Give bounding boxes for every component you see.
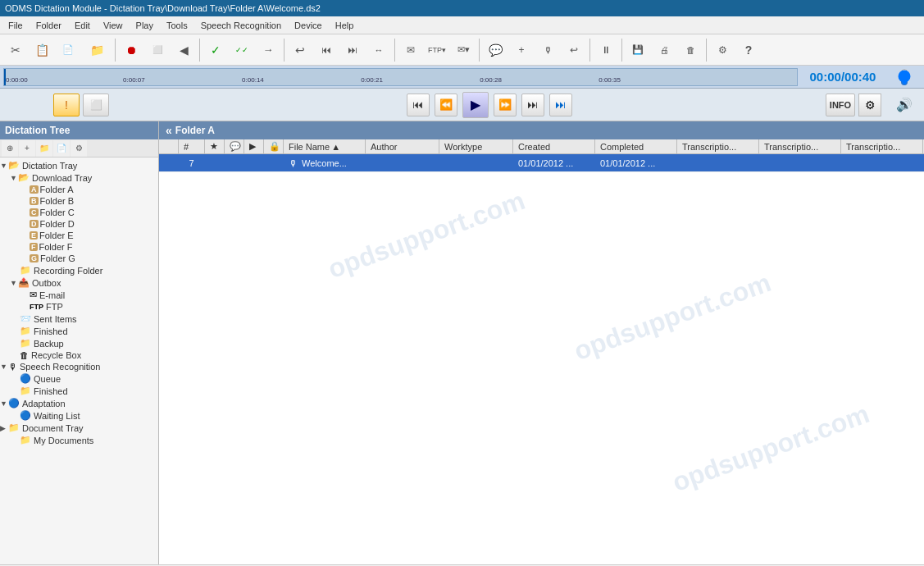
save-button[interactable]: 💾 xyxy=(626,38,650,62)
sidebar-item-finished[interactable]: 📁 Finished xyxy=(0,325,158,337)
col-header-star[interactable]: ★ xyxy=(205,139,225,153)
settings-button[interactable]: ⚙ xyxy=(710,38,735,62)
delete-button[interactable]: 🗑 xyxy=(678,38,703,62)
col-header-play[interactable]: ▶ xyxy=(244,139,264,153)
col-header-lock[interactable]: 🔒 xyxy=(264,139,284,153)
paste-button[interactable]: 📄 xyxy=(56,38,80,62)
menu-folder[interactable]: Folder xyxy=(30,19,68,32)
next-file-button[interactable]: ⏭ xyxy=(549,94,572,116)
alert-button[interactable]: ! xyxy=(53,94,80,116)
sidebar-tool-5[interactable]: ⚙ xyxy=(71,140,87,157)
menu-view[interactable]: View xyxy=(97,19,130,32)
menu-play[interactable]: Play xyxy=(130,19,160,32)
file-list[interactable]: # ★ 💬 ▶ 🔒 File Name ▲ Author Worktype Cr… xyxy=(159,139,924,564)
sidebar-item-ftp[interactable]: FTP FTP xyxy=(0,301,158,313)
col-header-num[interactable] xyxy=(159,139,179,153)
cut-button[interactable]: ✂ xyxy=(3,38,28,62)
sidebar-item-adaptation[interactable]: ▼ 🔵 Adaptation xyxy=(0,397,158,409)
toggle-adaptation[interactable]: ▼ xyxy=(0,399,8,408)
copy-button[interactable]: 📋 xyxy=(30,38,54,62)
sidebar-item-folder-b[interactable]: B Folder B xyxy=(0,195,158,207)
sidebar-item-folder-f[interactable]: F Folder F xyxy=(0,241,158,253)
col-header-worktype[interactable]: Worktype xyxy=(439,139,513,153)
pause-button[interactable]: ⏸ xyxy=(594,38,618,62)
sidebar-tree: ▼ 📂 Dictation Tray ▼ 📂 Download Tray A F… xyxy=(0,157,158,564)
check2-button[interactable]: ✓✓ xyxy=(230,38,254,62)
back-button[interactable]: ↩ xyxy=(288,38,312,62)
add-chat-button[interactable]: + xyxy=(509,38,534,62)
toggle-dictation-tray[interactable]: ▼ xyxy=(0,162,8,170)
sidebar-item-folder-e[interactable]: E Folder E xyxy=(0,230,158,241)
sidebar-item-outbox[interactable]: ▼ 📤 Outbox xyxy=(0,276,158,289)
toggle-speech-recognition[interactable]: ▼ xyxy=(0,363,8,371)
sidebar-item-backup[interactable]: 📁 Backup xyxy=(0,337,158,349)
email2-dropdown-button[interactable]: ✉▾ xyxy=(451,38,476,62)
route-button[interactable]: → xyxy=(256,38,280,62)
table-row[interactable]: 7 🎙 Welcome... 01/01/2012 ... 01/01/2012… xyxy=(159,154,924,172)
sidebar-item-my-documents[interactable]: 📁 My Documents xyxy=(0,434,158,446)
col-header-transcription1[interactable]: Transcriptio... xyxy=(677,139,759,153)
email-button[interactable]: ✉ xyxy=(398,38,423,62)
menu-help[interactable]: Help xyxy=(329,19,361,32)
sidebar-item-download-tray[interactable]: ▼ 📂 Download Tray xyxy=(0,171,158,184)
record-button[interactable]: ⏺ xyxy=(119,38,143,62)
sidebar-tool-4[interactable]: 📄 xyxy=(53,140,70,157)
menu-device[interactable]: Device xyxy=(288,19,329,32)
skip-end-button[interactable]: ⏭ xyxy=(340,38,365,62)
print-button[interactable]: 🖨 xyxy=(652,38,676,62)
col-header-completed[interactable]: Completed xyxy=(595,139,677,153)
col-header-transcription2[interactable]: Transcriptio... xyxy=(759,139,841,153)
sidebar-item-document-tray[interactable]: ▶ 📁 Document Tray xyxy=(0,422,158,434)
menu-edit[interactable]: Edit xyxy=(68,19,97,32)
sidebar-item-recycle-box[interactable]: 🗑 Recycle Box xyxy=(0,349,158,361)
reply-button[interactable]: ↩ xyxy=(562,38,586,62)
sidebar-tool-1[interactable]: ⊕ xyxy=(2,140,18,157)
fast-forward-button[interactable]: ⏩ xyxy=(494,94,517,116)
sidebar-item-waiting-list[interactable]: 🔵 Waiting List xyxy=(0,409,158,422)
sidebar-item-speech-recognition[interactable]: ▼ 🎙 Speech Recognition xyxy=(0,361,158,372)
sidebar-item-folder-c[interactable]: C Folder C xyxy=(0,207,158,218)
toggle-outbox[interactable]: ▼ xyxy=(10,279,18,287)
play-button[interactable]: ▶ xyxy=(462,92,489,118)
sidebar-tool-2[interactable]: + xyxy=(19,140,35,157)
sidebar-item-folder-d[interactable]: D Folder D xyxy=(0,218,158,230)
col-header-comment[interactable]: 💬 xyxy=(225,139,244,153)
forward-end-button[interactable]: ⏭ xyxy=(521,94,544,116)
stop-record-button[interactable]: ⬜ xyxy=(145,38,170,62)
mark-button[interactable]: ◀ xyxy=(171,38,196,62)
col-header-author[interactable]: Author xyxy=(366,139,439,153)
sidebar-item-recording-folder[interactable]: 📁 Recording Folder xyxy=(0,264,158,276)
menu-tools[interactable]: Tools xyxy=(160,19,194,32)
sidebar-item-dictation-tray[interactable]: ▼ 📂 Dictation Tray xyxy=(0,159,158,171)
check-button[interactable]: ✓ xyxy=(203,38,228,62)
sidebar-item-queue[interactable]: 🔵 Queue xyxy=(0,372,158,385)
sidebar-item-sr-finished[interactable]: 📁 Finished xyxy=(0,385,158,397)
sidebar-item-email[interactable]: ✉ E-mail xyxy=(0,289,158,301)
insert-button[interactable]: ↔ xyxy=(366,38,391,62)
chat-button[interactable]: 💬 xyxy=(483,38,508,62)
voice-button[interactable]: 🎙 xyxy=(535,38,560,62)
ftp-dropdown-button[interactable]: FTP▾ xyxy=(425,38,449,62)
menu-file[interactable]: File xyxy=(2,19,30,32)
sidebar-tool-3[interactable]: 📁 xyxy=(36,140,52,157)
transport-settings-button[interactable]: ⚙ xyxy=(858,94,881,116)
info-button[interactable]: INFO xyxy=(826,94,855,116)
volume-slider[interactable] xyxy=(898,68,911,86)
ruler-container[interactable]: 0:00:00 0:00:07 0:00:14 0:00:21 0:00:28 … xyxy=(3,68,798,86)
toggle-document-tray[interactable]: ▶ xyxy=(0,424,8,432)
stop-transport-button[interactable]: ⬜ xyxy=(83,94,109,116)
sidebar-item-folder-g[interactable]: G Folder G xyxy=(0,253,158,264)
col-header-created[interactable]: Created xyxy=(513,139,595,153)
col-header-index[interactable]: # xyxy=(179,139,205,153)
skip-start-button[interactable]: ⏮ xyxy=(314,38,339,62)
col-header-transcription3[interactable]: Transcriptio... xyxy=(841,139,923,153)
sidebar-item-sent-items[interactable]: 📨 Sent Items xyxy=(0,313,158,325)
rewind-start-button[interactable]: ⏮ xyxy=(407,94,430,116)
rewind-button[interactable]: ⏪ xyxy=(435,94,457,116)
new-button[interactable]: 📁 xyxy=(82,38,112,62)
sidebar-item-folder-a[interactable]: A Folder A xyxy=(0,184,158,195)
toggle-download-tray[interactable]: ▼ xyxy=(10,174,18,182)
col-header-filename[interactable]: File Name ▲ xyxy=(284,139,366,153)
help-button[interactable]: ? xyxy=(736,38,761,62)
menu-speech-recognition[interactable]: Speech Recognition xyxy=(194,19,288,32)
